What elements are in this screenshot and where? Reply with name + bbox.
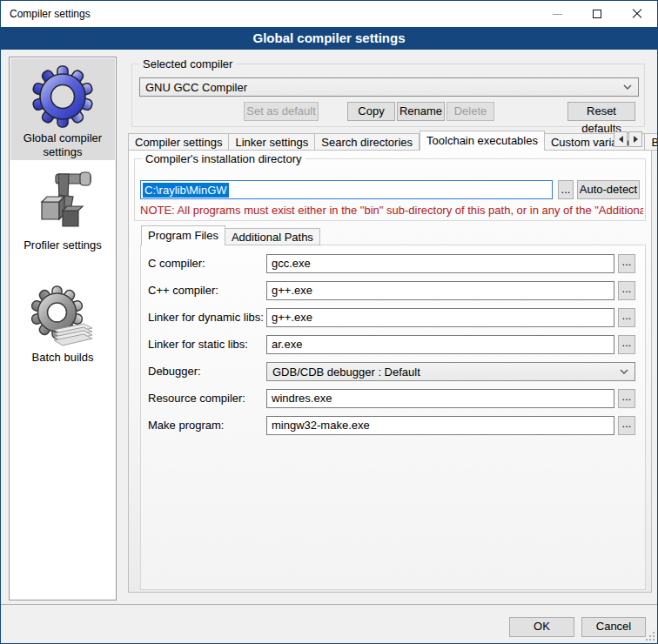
note-text: NOTE: All programs must exist either in … xyxy=(140,204,643,217)
sidebar-item-label: Profiler settings xyxy=(10,238,115,256)
field-label: C compiler: xyxy=(148,254,205,273)
copy-button[interactable]: Copy xyxy=(347,102,395,121)
arrow-left-icon xyxy=(619,136,623,143)
compiler-settings-dialog: Compiler settings Global compiler settin… xyxy=(0,0,658,644)
compiler-select[interactable]: GNU GCC Compiler xyxy=(139,77,639,97)
titlebar: Compiler settings xyxy=(1,1,657,27)
auto-detect-button[interactable]: Auto-detect xyxy=(577,180,640,199)
field-label: Linker for static libs: xyxy=(148,335,248,354)
linker-dynamic-input[interactable]: g++.exe xyxy=(266,308,614,327)
field-row-debugger: Debugger: GDB/CDB debugger : Default xyxy=(141,362,645,381)
sidebar-item-profiler-settings[interactable]: Profiler settings xyxy=(10,164,115,259)
field-row-linker-dynamic: Linker for dynamic libs: g++.exe ... xyxy=(141,308,645,327)
compiler-select-value: GNU GCC Compiler xyxy=(145,81,247,94)
selected-compiler-group-label: Selected compiler xyxy=(139,57,236,70)
chevron-down-icon xyxy=(623,84,632,90)
field-row-c-compiler: C compiler: gcc.exe ... xyxy=(141,254,645,273)
sidebar-item-batch-builds[interactable]: Batch builds xyxy=(10,279,115,370)
tab-program-files[interactable]: Program Files xyxy=(141,225,225,245)
field-row-resource-compiler: Resource compiler: windres.exe ... xyxy=(141,389,645,408)
field-label: C++ compiler: xyxy=(148,281,218,300)
tab-scroll-arrows xyxy=(613,131,642,147)
field-label: Debugger: xyxy=(148,362,201,381)
cpp-compiler-browse-button[interactable]: ... xyxy=(618,281,635,300)
c-compiler-input[interactable]: gcc.exe xyxy=(266,254,614,273)
make-program-input[interactable]: mingw32-make.exe xyxy=(266,416,614,435)
installation-directory-browse-button[interactable]: ... xyxy=(558,180,574,199)
minimize-icon xyxy=(553,14,562,15)
maximize-button[interactable] xyxy=(577,1,617,27)
tab-scroll-right-button[interactable] xyxy=(628,131,642,147)
arrow-right-icon xyxy=(634,136,638,143)
gear-stack-icon xyxy=(30,285,96,349)
cpp-compiler-input[interactable]: g++.exe xyxy=(266,281,614,300)
field-row-make-program: Make program: mingw32-make.exe ... xyxy=(141,416,645,435)
program-files-tabstrip: Program Files Additional Paths xyxy=(141,225,320,245)
page-title: Global compiler settings xyxy=(1,27,657,50)
maximize-icon xyxy=(593,10,601,18)
debugger-select-value: GDB/CDB debugger : Default xyxy=(272,366,420,379)
gear-blue-icon xyxy=(30,64,96,130)
resource-compiler-input[interactable]: windres.exe xyxy=(266,389,614,408)
field-label: Linker for dynamic libs: xyxy=(148,308,264,327)
window-controls xyxy=(537,1,657,27)
program-files-page: C compiler: gcc.exe ... C++ compiler: g+… xyxy=(140,245,646,590)
reset-defaults-button[interactable]: Reset defaults xyxy=(567,102,635,121)
resize-grip[interactable] xyxy=(644,630,655,641)
selected-compiler-group: Selected compiler GNU GCC Compiler Set a… xyxy=(131,64,645,127)
toolchain-executables-page: Compiler's installation directory C:\ray… xyxy=(128,150,652,593)
installation-directory-value: C:\raylib\MinGW xyxy=(143,183,229,198)
sidebar-item-label: Global compiler settings xyxy=(10,131,115,163)
close-icon xyxy=(632,9,642,19)
footer-divider xyxy=(1,604,657,605)
tab-search-directories[interactable]: Search directories xyxy=(315,133,420,151)
minimize-button[interactable] xyxy=(537,1,577,27)
tab-build-options[interactable]: Build options xyxy=(645,133,658,151)
delete-button[interactable]: Delete xyxy=(446,102,494,121)
installation-directory-group-label: Compiler's installation directory xyxy=(142,152,306,165)
rename-button[interactable]: Rename xyxy=(397,102,445,121)
linker-dynamic-browse-button[interactable]: ... xyxy=(618,308,635,327)
linker-static-browse-button[interactable]: ... xyxy=(618,335,635,354)
close-button[interactable] xyxy=(617,1,657,27)
sidebar: Global compiler settings Profiler settin… xyxy=(9,57,117,600)
field-row-cpp-compiler: C++ compiler: g++.exe ... xyxy=(141,281,645,300)
make-program-browse-button[interactable]: ... xyxy=(618,416,635,435)
main-tabstrip: Compiler settings Linker settings Search… xyxy=(128,131,658,151)
tab-scroll-left-button[interactable] xyxy=(614,131,628,147)
cancel-button[interactable]: Cancel xyxy=(581,617,646,637)
tab-additional-paths[interactable]: Additional Paths xyxy=(225,228,320,245)
field-label: Make program: xyxy=(148,416,224,435)
tab-linker-settings[interactable]: Linker settings xyxy=(229,133,315,151)
resource-compiler-browse-button[interactable]: ... xyxy=(618,389,635,408)
field-row-linker-static: Linker for static libs: ar.exe ... xyxy=(141,335,645,354)
installation-directory-input[interactable]: C:\raylib\MinGW xyxy=(140,180,553,199)
debugger-select[interactable]: GDB/CDB debugger : Default xyxy=(266,362,635,381)
installation-directory-group: Compiler's installation directory C:\ray… xyxy=(134,158,646,221)
linker-static-input[interactable]: ar.exe xyxy=(266,335,614,354)
sidebar-item-global-compiler-settings[interactable]: Global compiler settings xyxy=(10,58,115,160)
c-compiler-browse-button[interactable]: ... xyxy=(618,254,635,273)
chevron-down-icon xyxy=(620,369,628,374)
window-title: Compiler settings xyxy=(10,8,91,20)
caliper-icon xyxy=(30,169,96,237)
tab-toolchain-executables[interactable]: Toolchain executables xyxy=(420,131,545,151)
ok-button[interactable]: OK xyxy=(509,617,574,637)
field-label: Resource compiler: xyxy=(148,389,245,408)
sidebar-item-label: Batch builds xyxy=(10,351,115,368)
tab-compiler-settings[interactable]: Compiler settings xyxy=(128,133,229,151)
set-as-default-button[interactable]: Set as default xyxy=(244,102,319,121)
